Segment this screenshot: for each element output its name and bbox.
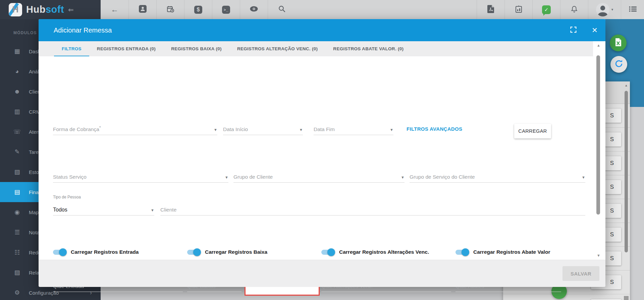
- toggle-label: Carregar Registros Alterações Venc.: [339, 249, 429, 255]
- sidebar-item-icon: ◉: [13, 208, 21, 216]
- scrollbar-thumb[interactable]: [596, 55, 600, 215]
- modal-tab[interactable]: FILTROS: [54, 41, 89, 56]
- scroll-up-icon[interactable]: ▲: [597, 43, 600, 47]
- dropdown-arrow-icon: ▼: [390, 128, 393, 132]
- filtros-avancados-link[interactable]: FILTROS AVANÇADOS: [407, 126, 462, 132]
- scrollbar-thumb[interactable]: [625, 91, 628, 252]
- scroll-down-icon[interactable]: ▼: [597, 253, 600, 257]
- modal-tab[interactable]: REGISTROS ABATE VALOR. (0): [325, 41, 411, 56]
- modal-tab[interactable]: REGISTROS ENTRADA (0): [89, 41, 163, 56]
- schedule-button[interactable]: [156, 0, 184, 19]
- check-message-icon: ✓: [542, 5, 551, 14]
- modal-body: Forma de Cobrança* ▼ Data Início ▼ Data …: [39, 56, 605, 260]
- modal-tab[interactable]: REGISTROS ALTERAÇÃO VENC. (0): [229, 41, 325, 56]
- sidebar-item-icon: ⚙: [13, 289, 21, 296]
- table-row: S: [503, 294, 630, 300]
- toggle-switch[interactable]: [455, 250, 468, 255]
- refresh-button[interactable]: [610, 56, 627, 73]
- sidebar-item-icon: ☻: [13, 88, 21, 95]
- grupo-cliente-label: Grupo de Cliente: [233, 174, 273, 180]
- topbar-spacer: [296, 0, 477, 19]
- adicionar-remessa-modal: Adicionar Remessa × FILTROSREGISTROS ENT…: [39, 19, 605, 287]
- tipo-pessoa-label: Tipo de Pessoa: [53, 195, 81, 199]
- grupo-servico-cliente-label: Grupo de Serviço do Cliente: [410, 174, 475, 180]
- required-asterisk: *: [99, 125, 101, 130]
- toggle-label: Carregar Registros Abate Valor: [473, 249, 550, 255]
- modal-header: Adicionar Remessa ×: [39, 19, 605, 41]
- data-inicio-select[interactable]: Data Início ▼: [223, 123, 303, 135]
- sidebar-item-icon: ☏: [13, 128, 21, 135]
- grupo-servico-cliente-select[interactable]: Grupo de Serviço do Cliente ▼: [410, 170, 585, 183]
- carregar-button[interactable]: CARREGAR: [514, 124, 551, 138]
- topbar: H Hubsoft ⇐ ← $ >_ ✓: [0, 0, 644, 19]
- terminal-button[interactable]: >_: [212, 0, 240, 19]
- excel-file-icon: [614, 38, 622, 48]
- quick-menu-button[interactable]: [621, 0, 644, 19]
- data-inicio-label: Data Início: [223, 126, 248, 132]
- pdf-file-icon: [487, 5, 494, 14]
- brand-soft: soft: [46, 4, 64, 15]
- tipo-pessoa-select[interactable]: Todos ▼: [53, 203, 154, 216]
- reports-button[interactable]: [504, 0, 532, 19]
- hubsoft-logo-icon: H: [9, 3, 22, 16]
- toggle-switch[interactable]: [53, 250, 66, 255]
- modal-footer: SALVAR: [39, 260, 605, 287]
- sidebar-item-icon: ☷: [13, 249, 21, 256]
- brand: H Hubsoft ⇐: [0, 0, 101, 19]
- search-button[interactable]: [268, 0, 296, 19]
- notifications-button[interactable]: [560, 0, 588, 19]
- finance-button[interactable]: $: [184, 0, 212, 19]
- approvals-button[interactable]: ✓: [532, 0, 560, 19]
- close-icon: ×: [592, 25, 597, 35]
- export-excel-button[interactable]: [610, 35, 627, 51]
- card-scrollbar[interactable]: ▲: [624, 83, 629, 300]
- status-servico-label: Status Serviço: [53, 174, 87, 180]
- back-arrow-icon: ←: [111, 5, 118, 14]
- pdf-export-button[interactable]: [477, 0, 504, 19]
- modal-scrollbar[interactable]: ▲ ▼: [593, 41, 605, 260]
- monitoring-button[interactable]: [240, 0, 268, 19]
- tab-label: FILTROS: [62, 46, 82, 51]
- modal-tab[interactable]: REGISTROS BAIXA (0): [163, 41, 229, 56]
- fullscreen-button[interactable]: [562, 26, 584, 35]
- toggle-switch[interactable]: [321, 250, 334, 255]
- tab-label: REGISTROS ABATE VALOR. (0): [333, 46, 404, 51]
- dropdown-arrow-icon: ▼: [582, 175, 585, 180]
- forma-cobranca-select[interactable]: Forma de Cobrança* ▼: [53, 123, 217, 135]
- back-button[interactable]: ←: [101, 0, 128, 19]
- sidebar-item-icon: ☰: [13, 229, 21, 236]
- tipo-pessoa-value: Todos: [53, 207, 67, 213]
- clients-button[interactable]: [128, 0, 156, 19]
- data-fim-label: Data Fim: [314, 126, 335, 132]
- sidebar-item-icon: ▨: [13, 269, 21, 276]
- tab-label: REGISTROS BAIXA (0): [171, 46, 222, 51]
- toggle-switch[interactable]: [187, 250, 200, 255]
- sidebar-item-icon: ▦: [13, 48, 21, 55]
- bell-icon: [571, 5, 578, 14]
- toggle-group: Carregar Registros Baixa: [187, 249, 321, 255]
- cliente-input[interactable]: Cliente: [160, 203, 585, 216]
- data-fim-select[interactable]: Data Fim ▼: [314, 123, 393, 135]
- sidebar-item-icon: ✎: [13, 148, 21, 156]
- fullscreen-icon: [570, 28, 577, 34]
- status-servico-select[interactable]: Status Serviço ▼: [53, 170, 228, 183]
- chevron-down-icon: ▾: [611, 7, 613, 12]
- modal-tabs: FILTROSREGISTROS ENTRADA (0)REGISTROS BA…: [39, 41, 593, 56]
- dropdown-arrow-icon: ▼: [299, 128, 303, 132]
- scrollbar-corner: [624, 296, 629, 300]
- grupo-cliente-select[interactable]: Grupo de Cliente ▼: [233, 170, 405, 183]
- salvar-button[interactable]: SALVAR: [562, 266, 599, 281]
- terminal-icon: >_: [222, 6, 230, 14]
- modal-title: Adicionar Remessa: [54, 26, 112, 34]
- scroll-up-icon[interactable]: ▲: [624, 83, 629, 87]
- close-button[interactable]: ×: [584, 25, 605, 35]
- tab-label: REGISTROS ENTRADA (0): [97, 46, 156, 51]
- toggle-group: Carregar Registros Abate Valor: [455, 249, 590, 255]
- dropdown-arrow-icon: ▼: [225, 175, 228, 180]
- toggle-group: Carregar Registros Alterações Venc.: [321, 249, 455, 255]
- cliente-placeholder: Cliente: [160, 207, 176, 213]
- refresh-icon: [614, 59, 624, 70]
- collapse-sidebar-icon[interactable]: ⇐: [68, 6, 74, 14]
- user-menu[interactable]: ▾: [588, 0, 621, 19]
- dropdown-arrow-icon: ▼: [214, 128, 217, 132]
